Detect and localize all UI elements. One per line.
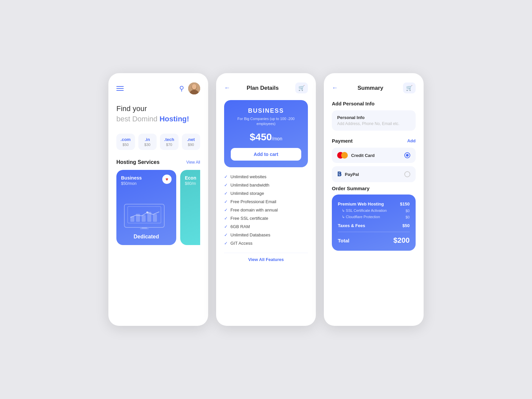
summary-back-button[interactable]: ←	[332, 84, 338, 91]
card-business[interactable]: Business $50/mon ♥	[116, 170, 176, 245]
screens-container: ⚲ Find yourbest Domind Hosting!	[108, 73, 424, 326]
domain-price-tech: $70	[162, 143, 177, 147]
hero-text: Find yourbest Domind Hosting!	[116, 104, 200, 124]
feature-item: ✓Free SSL certificate	[224, 214, 308, 222]
screen-plan-details: ← Plan Details 🛒 BUSINESS For Big Compan…	[216, 73, 316, 326]
domain-ext-in: .in	[140, 137, 155, 142]
plan-desc: For Big Companies (up to 100 -200 employ…	[231, 116, 301, 127]
feature-item: ✓GIT Access	[224, 239, 308, 247]
personal-info-box[interactable]: Personal Info Add Address, Phone No, Ema…	[332, 110, 416, 131]
check-icon: ✓	[224, 224, 228, 229]
services-header: Hosting Services View All	[116, 159, 200, 165]
order-summary-box: Premium Web Hosting $150 ↳ SSL Certifica…	[332, 195, 416, 251]
svg-point-3	[192, 84, 197, 89]
home-header: ⚲	[116, 82, 200, 94]
paypal-radio[interactable]	[404, 171, 410, 177]
card-eco-price: $80/m	[185, 181, 200, 186]
domain-ext-net: .net	[184, 137, 199, 142]
order-summary-title: Order Summary	[332, 186, 416, 191]
payment-section-label: Payment	[332, 138, 353, 144]
payment-left-pp: 𝔹 PayPal	[337, 171, 359, 178]
cart-icon[interactable]: 🛒	[295, 82, 308, 93]
paypal-icon: 𝔹	[337, 171, 341, 178]
order-price-cloudflare: $0	[406, 215, 410, 219]
heart-icon[interactable]: ♥	[162, 175, 172, 184]
header-icons: ⚲	[179, 82, 200, 94]
payment-left-cc: Credit Card	[337, 152, 375, 159]
order-label-cloudflare: ↳ Cloudflare Protection	[338, 215, 380, 219]
order-label-ssl: ↳ SSL Certificate Activation	[338, 208, 387, 213]
svg-rect-10	[153, 214, 157, 222]
order-label-taxes: Taxes & Fees	[338, 223, 365, 228]
feature-item: ✓Free Professional Email	[224, 198, 308, 206]
domain-net[interactable]: .net $90	[182, 134, 200, 150]
personal-info-title: Personal Info	[337, 115, 410, 120]
feature-item: ✓Free domain with annual	[224, 206, 308, 214]
add-to-cart-button[interactable]: Add to cart	[231, 148, 301, 161]
hero-section: Find yourbest Domind Hosting!	[116, 104, 200, 124]
credit-card-radio[interactable]	[404, 152, 410, 158]
feature-item: ✓Unlimited Databases	[224, 231, 308, 239]
card-dedicated-label: Dedicated	[121, 234, 172, 240]
payment-add-button[interactable]: Add	[407, 138, 416, 143]
order-row-taxes: Taxes & Fees $50	[338, 222, 410, 229]
screen-home: ⚲ Find yourbest Domind Hosting!	[108, 73, 208, 326]
plan-name: BUSINESS	[231, 107, 301, 114]
payment-credit-card[interactable]: Credit Card	[332, 148, 416, 163]
features-list: ✓Unlimited websites ✓Unlimited bandwidth…	[224, 173, 308, 247]
chart-icon	[121, 202, 172, 230]
order-row-ssl: ↳ SSL Certificate Activation $0	[338, 207, 410, 214]
check-icon: ✓	[224, 232, 228, 237]
check-icon: ✓	[224, 199, 228, 204]
feature-item: ✓Unlimited storage	[224, 189, 308, 198]
card-eco[interactable]: Econ $80/m	[180, 170, 200, 245]
feature-item: ✓Unlimited websites	[224, 173, 308, 181]
order-row-hosting: Premium Web Hosting $150	[338, 200, 410, 207]
order-label-hosting: Premium Web Hosting	[338, 201, 384, 206]
order-total-row: Total $200	[338, 235, 410, 245]
order-price-hosting: $150	[400, 201, 410, 206]
screen-summary: ← Summary 🛒 Add Personal Info Personal I…	[324, 73, 424, 326]
plan-title: Plan Details	[247, 85, 279, 91]
svg-rect-13	[140, 228, 149, 229]
domain-ext-com: .com	[118, 137, 133, 142]
payment-section-header: Payment Add	[332, 138, 416, 144]
check-icon: ✓	[224, 207, 228, 212]
plan-header: ← Plan Details 🛒	[224, 82, 308, 93]
paypal-label: PayPal	[345, 172, 359, 177]
order-total-label: Total	[338, 238, 349, 243]
feature-item: ✓6GB RAM	[224, 222, 308, 231]
back-arrow-icon: ←	[224, 84, 230, 91]
avatar-image	[188, 82, 200, 94]
order-price-taxes: $50	[402, 223, 410, 228]
service-cards: Business $50/mon ♥	[116, 170, 200, 245]
feature-item: ✓Unlimited bandwidth	[224, 181, 308, 189]
back-button[interactable]: ←	[224, 84, 230, 91]
check-icon: ✓	[224, 216, 228, 221]
domain-tech[interactable]: .tech $70	[160, 134, 179, 150]
view-all-link[interactable]: View All	[186, 160, 200, 165]
check-icon: ✓	[224, 191, 228, 196]
menu-icon[interactable]	[116, 86, 124, 91]
order-row-cloudflare: ↳ Cloudflare Protection $0	[338, 214, 410, 220]
view-all-features-button[interactable]: View All Features	[224, 253, 308, 266]
domain-price-com: $50	[118, 143, 133, 147]
domain-grid: .com $50 .in $30 .tech $70 .net $90	[116, 134, 200, 150]
plan-price: $450/mon	[231, 131, 301, 143]
svg-rect-8	[142, 215, 146, 222]
search-icon[interactable]: ⚲	[179, 84, 184, 92]
domain-price-in: $30	[140, 143, 155, 147]
order-divider	[338, 232, 410, 232]
mc-yellow-circle	[341, 152, 348, 159]
mastercard-icon	[337, 152, 348, 159]
payment-paypal[interactable]: 𝔹 PayPal	[332, 166, 416, 182]
card-eco-label: Econ	[185, 175, 200, 181]
check-icon: ✓	[224, 174, 228, 179]
domain-in[interactable]: .in $30	[138, 134, 157, 150]
summary-cart-icon[interactable]: 🛒	[403, 82, 416, 93]
avatar[interactable]	[188, 82, 200, 94]
personal-info-placeholder: Add Address, Phone No, Email etc.	[337, 121, 410, 126]
check-icon: ✓	[224, 183, 228, 188]
domain-com[interactable]: .com $50	[116, 134, 135, 150]
order-total-price: $200	[393, 236, 410, 245]
